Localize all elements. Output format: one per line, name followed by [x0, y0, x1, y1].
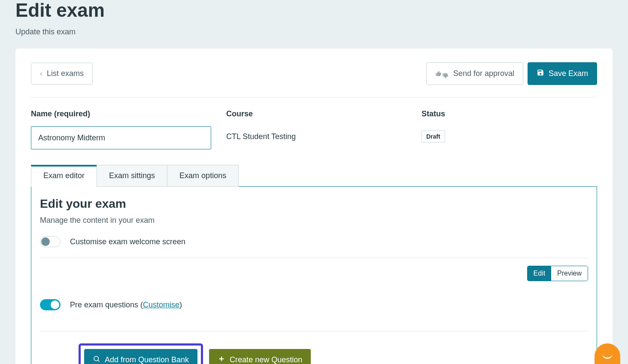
tabs: Exam editor Exam sittings Exam options: [31, 165, 597, 187]
name-label: Name (required): [31, 109, 226, 118]
list-exams-label: List exams: [47, 69, 84, 78]
edit-preview-segmented: Edit Preview: [527, 266, 588, 281]
save-exam-label: Save Exam: [549, 69, 588, 78]
toggle-customise-welcome[interactable]: [40, 236, 61, 247]
pre-exam-suffix: ): [179, 300, 182, 309]
svg-line-1: [98, 361, 99, 362]
panel-divider-1: [40, 258, 588, 258]
course-value: CTL Student Testing: [226, 126, 422, 141]
exam-card: ‹ List exams Send for approval Save Exam: [15, 49, 613, 364]
divider: [31, 97, 597, 97]
panel-divider-2: [40, 331, 588, 331]
add-from-question-bank-button[interactable]: Add from Question Bank: [84, 349, 197, 364]
customise-pre-exam-link[interactable]: Customise: [143, 300, 179, 309]
page-title: Edit exam: [15, 0, 613, 21]
segment-preview[interactable]: Preview: [551, 266, 588, 281]
list-exams-button[interactable]: ‹ List exams: [31, 63, 93, 85]
toggle-knob: [51, 300, 59, 309]
create-new-question-button[interactable]: Create new Question: [209, 349, 311, 364]
status-label: Status: [422, 109, 597, 118]
status-badge: Draft: [422, 130, 445, 143]
panel-subtitle: Manage the content in your exam: [40, 216, 588, 225]
svg-point-0: [94, 356, 99, 361]
tab-exam-editor[interactable]: Exam editor: [31, 165, 97, 187]
panel-title: Edit your exam: [40, 197, 588, 211]
smile-icon: [602, 354, 613, 359]
create-new-question-label: Create new Question: [230, 355, 302, 364]
add-from-bank-label: Add from Question Bank: [105, 355, 189, 364]
pre-exam-questions-label: Pre exam questions (Customise): [70, 300, 182, 309]
send-for-approval-button[interactable]: Send for approval: [426, 62, 523, 85]
search-icon: [93, 355, 100, 364]
customise-welcome-label: Customise exam welcome screen: [70, 237, 185, 246]
toggle-pre-exam-questions[interactable]: [40, 299, 61, 310]
toggle-knob: [41, 237, 50, 246]
save-icon: [537, 69, 544, 79]
plus-icon: [218, 355, 225, 364]
pre-exam-prefix: Pre exam questions (: [70, 300, 143, 309]
tab-exam-sittings[interactable]: Exam sittings: [97, 165, 167, 187]
thumbs-icon: [435, 70, 449, 77]
segment-edit[interactable]: Edit: [528, 266, 552, 281]
course-label: Course: [226, 109, 422, 118]
highlight-add-from-bank: Add from Question Bank: [79, 343, 203, 364]
exam-name-input[interactable]: [31, 126, 211, 149]
tab-exam-options[interactable]: Exam options: [167, 165, 239, 187]
send-for-approval-label: Send for approval: [453, 69, 514, 78]
page-subtitle: Update this exam: [15, 27, 613, 36]
save-exam-button[interactable]: Save Exam: [528, 62, 597, 85]
tab-panel-editor: Edit your exam Manage the content in you…: [31, 186, 597, 364]
chevron-left-icon: ‹: [40, 69, 42, 78]
